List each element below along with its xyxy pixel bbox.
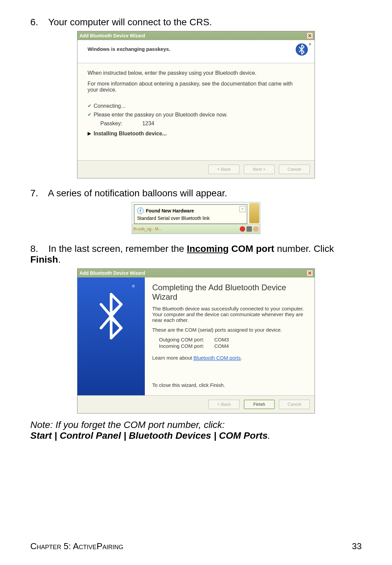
cancel-button[interactable]: Cancel xyxy=(279,165,310,174)
arrow-right-icon: ▶ xyxy=(88,131,94,136)
task-row: ✔ Connecting... xyxy=(88,103,304,109)
close-icon[interactable]: × xyxy=(239,206,246,212)
dialog-heading: Windows is exchanging passkeys. xyxy=(88,43,170,52)
outgoing-port-row: Outgoing COM port: COM3 xyxy=(159,337,307,342)
passkey-label: Passkey: xyxy=(100,121,141,127)
back-button[interactable]: < Back xyxy=(208,400,239,409)
footnote: Note: If you forget the COM port number,… xyxy=(30,420,362,441)
bluetooth-icon: ® xyxy=(296,43,309,57)
footnote-path: Start | Control Panel | Bluetooth Device… xyxy=(30,430,268,441)
dialog-header: Windows is exchanging passkeys. ® xyxy=(77,40,315,63)
step-6-text: Your computer will connect to the CRS. xyxy=(48,17,212,27)
wizard-right-panel: Completing the Add Bluetooth Device Wiza… xyxy=(145,277,315,395)
incoming-port-value: COM4 xyxy=(214,343,229,349)
next-button[interactable]: Next > xyxy=(244,165,275,174)
dialog-body-wrap: ® Completing the Add Bluetooth Device Wi… xyxy=(77,277,315,395)
dialog-title: Add Bluetooth Device Wizard xyxy=(79,33,145,38)
registered-icon: ® xyxy=(309,43,311,46)
task-enter-passkey: Please enter the passkey on your Bluetoo… xyxy=(94,112,228,118)
learn-more-a: Learn more about xyxy=(152,355,194,361)
step-8-number: 8. xyxy=(30,243,46,254)
notification-balloon-screenshot: × i Found New Hardware Standard Serial o… xyxy=(132,202,260,234)
incoming-port-row: Incoming COM port: COM4 xyxy=(159,343,307,349)
passkey-row: Passkey: 1234 xyxy=(88,121,304,127)
dialog-button-row: < Back Finish Cancel xyxy=(77,395,315,413)
outgoing-port-value: COM3 xyxy=(214,337,229,342)
bluetooth-com-ports-link[interactable]: Bluetooth COM ports xyxy=(194,355,241,361)
learn-more-c: . xyxy=(241,355,242,361)
incoming-port-label: Incoming COM port: xyxy=(159,343,213,349)
dialog-titlebar: Add Bluetooth Device Wizard ✕ xyxy=(77,31,315,40)
task-list: ✔ Connecting... ✔ Please enter the passk… xyxy=(88,103,304,137)
taskbar-task[interactable]: th-usb_ug - M... xyxy=(133,227,162,231)
taskbar: th-usb_ug - M... xyxy=(132,224,260,234)
balloon-subtitle: Standard Serial over Bluetooth link xyxy=(137,215,243,221)
footnote-line1: Note: If you forget the COM port number,… xyxy=(30,420,362,430)
back-button[interactable]: < Back xyxy=(208,165,239,174)
balloon-tip: × i Found New Hardware Standard Serial o… xyxy=(134,204,247,224)
balloon-title-row: i Found New Hardware xyxy=(137,207,243,214)
partial-window-strip xyxy=(249,203,259,223)
footnote-period: . xyxy=(268,430,270,441)
document-page: 6. Your computer will connect to the CRS… xyxy=(0,0,392,565)
step-8-text-d: number. Click xyxy=(274,243,334,254)
tray-icon[interactable] xyxy=(247,226,252,232)
tray-icon[interactable] xyxy=(240,226,245,232)
com-port-list: Outgoing COM port: COM3 Incoming COM por… xyxy=(152,337,307,349)
bluetooth-glyph-icon xyxy=(298,44,305,55)
step-6-number: 6. xyxy=(30,17,46,28)
dialog-button-row: < Back Next > Cancel xyxy=(77,160,315,178)
page-number: 33 xyxy=(352,541,362,552)
step-8-text-a: In the last screen, remember the xyxy=(48,243,187,254)
wizard-complete-heading: Completing the Add Bluetooth Device Wiza… xyxy=(152,283,307,302)
footnote-line2-wrap: Start | Control Panel | Bluetooth Device… xyxy=(30,430,362,441)
close-icon[interactable]: ✕ xyxy=(306,270,313,276)
close-icon[interactable]: ✕ xyxy=(306,32,313,39)
step-8: 8. In the last screen, remember the Inco… xyxy=(30,243,362,265)
wizard-side-graphic: ® xyxy=(77,277,145,395)
bluetooth-wizard-dialog-passkey: Add Bluetooth Device Wizard ✕ Windows is… xyxy=(77,31,315,178)
step-7: 7. A series of notification balloons wil… xyxy=(30,188,362,199)
check-icon: ✔ xyxy=(88,112,94,117)
step-6: 6. Your computer will connect to the CRS… xyxy=(30,17,362,28)
step-8-incoming: Incoming xyxy=(187,243,229,254)
task-connecting: Connecting... xyxy=(94,103,125,109)
step-7-text: A series of notification balloons will a… xyxy=(48,188,227,198)
wizard-complete-para2: These are the COM (serial) ports assigne… xyxy=(152,327,307,333)
chapter-label: Chapter 5: ActivePairing xyxy=(30,541,123,552)
registered-icon: ® xyxy=(132,284,135,288)
task-row: ✔ Please enter the passkey on your Bluet… xyxy=(88,112,304,118)
balloon-title: Found New Hardware xyxy=(146,208,194,213)
dialog-body: When instructed below, enter the passkey… xyxy=(77,63,315,160)
finish-button[interactable]: Finish xyxy=(244,400,275,409)
dialog-para-1: When instructed below, enter the passkey… xyxy=(88,70,304,76)
dialog-title: Add Bluetooth Device Wizard xyxy=(79,270,145,276)
dialog-titlebar: Add Bluetooth Device Wizard ✕ xyxy=(77,269,315,277)
check-icon: ✔ xyxy=(88,103,94,108)
wizard-complete-para1: The Bluetooth device was successfully co… xyxy=(152,306,307,323)
task-installing: Installing Bluetooth device... xyxy=(94,131,167,137)
step-8-comport: COM port xyxy=(229,243,274,254)
bluetooth-large-icon xyxy=(91,288,131,345)
info-icon: i xyxy=(137,207,144,214)
learn-more-row: Learn more about Bluetooth COM ports. xyxy=(152,355,307,361)
outgoing-port-label: Outgoing COM port: xyxy=(159,337,213,342)
step-8-text-f: . xyxy=(58,254,61,265)
wizard-close-text: To close this wizard, click Finish. xyxy=(152,382,307,388)
dialog-para-2: For more information about entering a pa… xyxy=(88,81,304,93)
page-footer: Chapter 5: ActivePairing 33 xyxy=(30,541,362,552)
task-row: ▶ Installing Bluetooth device... xyxy=(88,131,304,137)
step-8-finish: Finish xyxy=(30,254,58,265)
passkey-value: 1234 xyxy=(142,121,154,126)
system-tray xyxy=(240,226,259,232)
cancel-button[interactable]: Cancel xyxy=(279,400,310,409)
tray-icon[interactable] xyxy=(253,226,259,232)
step-7-number: 7. xyxy=(30,188,46,199)
bluetooth-wizard-dialog-complete: Add Bluetooth Device Wizard ✕ ® Completi… xyxy=(77,268,315,413)
